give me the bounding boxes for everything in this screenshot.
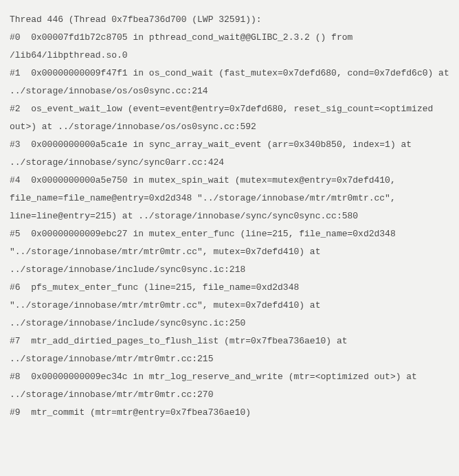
stack-frame: #0 0x00007fd1b72c8705 in pthread_cond_wa…: [10, 29, 449, 65]
stack-frame: #5 0x00000000009ebc27 in mutex_enter_fun…: [10, 225, 449, 279]
stack-frame: #2 os_event_wait_low (event=event@entry=…: [10, 100, 449, 136]
stack-trace: Thread 446 (Thread 0x7fbea736d700 (LWP 3…: [10, 11, 449, 422]
stack-frame: #7 mtr_add_dirtied_pages_to_flush_list (…: [10, 332, 449, 368]
stack-frame: #9 mtr_commit (mtr=mtr@entry=0x7fbea736a…: [10, 404, 449, 422]
stack-frame: #4 0x0000000000a5e750 in mutex_spin_wait…: [10, 172, 449, 225]
stack-frame: #1 0x00000000009f47f1 in os_cond_wait (f…: [10, 65, 449, 100]
stack-frame: #3 0x0000000000a5ca1e in sync_array_wait…: [10, 136, 449, 172]
thread-header: Thread 446 (Thread 0x7fbea736d700 (LWP 3…: [10, 11, 449, 29]
stack-frame: #8 0x00000000009ec34c in mtr_log_reserve…: [10, 368, 449, 404]
stack-frame: #6 pfs_mutex_enter_func (line=215, file_…: [10, 279, 449, 332]
